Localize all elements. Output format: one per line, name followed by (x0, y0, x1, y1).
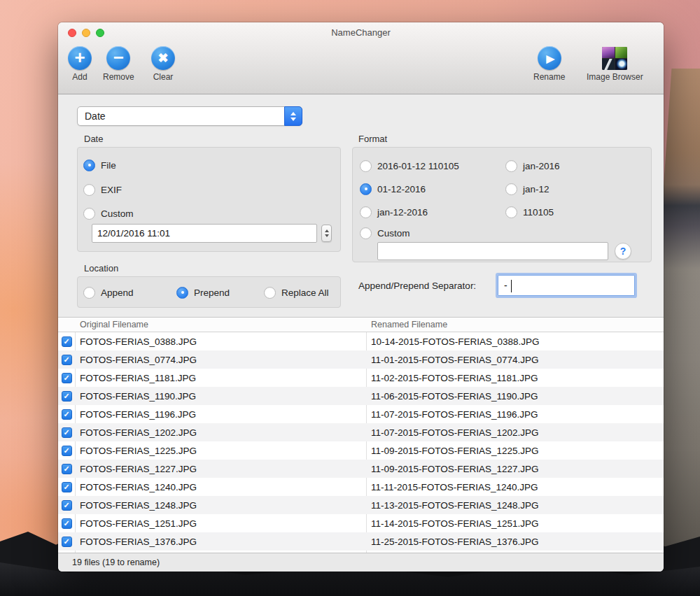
format-option-time[interactable]: 110105 (505, 206, 554, 218)
date-stepper[interactable] (321, 225, 332, 242)
table-row[interactable]: ✓ FOTOS-FERIAS_1227.JPG 11-09-2015-FOTOS… (58, 460, 664, 478)
table-row[interactable]: ✓ FOTOS-FERIAS_1225.JPG 11-09-2015-FOTOS… (58, 441, 664, 460)
minimize-window-button[interactable] (82, 29, 90, 37)
radio-label: 110105 (523, 207, 554, 218)
original-filename-cell: FOTOS-FERIAS_0388.JPG (75, 336, 366, 347)
image-browser-button[interactable]: Image Browser (587, 47, 643, 82)
checkbox-cell: ✓ (58, 500, 75, 511)
separator-input[interactable] (498, 276, 634, 295)
check-icon: ✓ (63, 520, 69, 527)
dropdown-value: Date (78, 111, 285, 122)
wallpaper-cliff (659, 69, 700, 596)
format-section-label: Format (358, 134, 387, 144)
table-row[interactable]: ✓ FOTOS-FERIAS_1376.JPG 11-25-2015-FOTOS… (58, 532, 664, 551)
custom-date-input[interactable] (92, 224, 317, 243)
original-filename-cell: FOTOS-FERIAS_1225.JPG (75, 446, 366, 456)
radio-icon (505, 160, 517, 172)
location-option-prepend[interactable]: Prepend (176, 286, 230, 299)
row-checkbox[interactable]: ✓ (62, 464, 72, 474)
location-option-replace-all[interactable]: Replace All (264, 286, 329, 299)
status-text: 19 files (19 to rename) (72, 558, 160, 567)
date-option-custom[interactable]: Custom (83, 207, 134, 220)
date-option-exif[interactable]: EXIF (83, 183, 122, 196)
radio-label: jan-12 (523, 184, 550, 194)
renamed-filename-cell: 11-09-2015-FOTOS-FERIAS_1225.JPG (366, 446, 664, 456)
close-window-button[interactable] (68, 29, 76, 37)
original-filename-header[interactable]: Original Filename (80, 320, 148, 329)
original-filename-cell: FOTOS-FERIAS_1202.JPG (75, 427, 366, 438)
checkbox-cell: ✓ (58, 482, 75, 492)
radio-label: EXIF (101, 185, 122, 195)
radio-label: jan-2016 (523, 161, 560, 171)
format-option-long[interactable]: 2016-01-12 110105 (360, 159, 459, 172)
radio-icon (83, 287, 95, 299)
format-groupbox: 2016-01-12 110105 01-12-2016 jan-12-2016… (352, 147, 652, 262)
remove-button[interactable]: − Remove (103, 46, 134, 82)
row-checkbox[interactable]: ✓ (62, 482, 72, 492)
table-row[interactable]: ✓ FOTOS-FERIAS_0388.JPG 10-14-2015-FOTOS… (58, 332, 664, 350)
radio-label: Prepend (194, 288, 230, 298)
checkbox-cell: ✓ (58, 373, 75, 383)
checkbox-cell: ✓ (58, 537, 75, 547)
toolbar: + Add − Remove ✖ Clear ▶ Rename Image Br… (58, 43, 664, 94)
row-checkbox[interactable]: ✓ (62, 500, 72, 511)
row-checkbox[interactable]: ✓ (62, 446, 72, 456)
original-filename-cell: FOTOS-FERIAS_1240.JPG (75, 482, 366, 492)
table-row[interactable]: ✓ FOTOS-FERIAS_1251.JPG 11-14-2015-FOTOS… (58, 514, 664, 532)
table-row[interactable]: ✓ FOTOS-FERIAS_0774.JPG 11-01-2015-FOTOS… (58, 350, 664, 369)
zoom-window-button[interactable] (96, 29, 104, 37)
rename-type-dropdown[interactable]: Date (77, 106, 302, 126)
check-icon: ✓ (63, 338, 69, 346)
row-checkbox[interactable]: ✓ (62, 409, 72, 420)
clear-icon: ✖ (151, 46, 175, 70)
table-row[interactable]: ✓ FOTOS-FERIAS_1202.JPG 11-07-2015-FOTOS… (58, 423, 664, 441)
rename-button[interactable]: ▶ Rename (533, 46, 565, 82)
date-groupbox: File EXIF Custom (77, 147, 341, 252)
original-filename-cell: FOTOS-FERIAS_1190.JPG (75, 391, 366, 402)
format-option-mdY[interactable]: 01-12-2016 (360, 183, 426, 195)
original-filename-cell: FOTOS-FERIAS_1181.JPG (75, 373, 366, 383)
table-row[interactable]: ✓ FOTOS-FERIAS_1240.JPG 11-11-2015-FOTOS… (58, 478, 664, 496)
format-option-mond[interactable]: jan-12 (505, 183, 550, 195)
check-icon: ✓ (63, 502, 69, 509)
format-option-monY[interactable]: jan-2016 (505, 159, 560, 172)
traffic-lights (68, 29, 104, 37)
row-checkbox[interactable]: ✓ (62, 355, 72, 365)
table-row[interactable]: ✓ FOTOS-FERIAS_1190.JPG 11-06-2015-FOTOS… (58, 387, 664, 405)
row-checkbox[interactable]: ✓ (62, 537, 72, 547)
remove-icon: − (106, 46, 130, 70)
add-button[interactable]: + Add (68, 46, 92, 82)
renamed-filename-header[interactable]: Renamed Filename (371, 320, 447, 329)
help-button[interactable]: ? (615, 243, 631, 260)
checkbox-cell: ✓ (58, 518, 75, 529)
title-bar[interactable]: NameChanger (58, 22, 664, 43)
row-checkbox[interactable]: ✓ (62, 373, 72, 383)
remove-label: Remove (103, 72, 134, 82)
window-title: NameChanger (58, 22, 664, 43)
row-checkbox[interactable]: ✓ (62, 336, 72, 347)
radio-icon (83, 159, 95, 171)
file-table-body: ✓ FOTOS-FERIAS_0388.JPG 10-14-2015-FOTOS… (58, 332, 664, 553)
check-icon: ✓ (63, 429, 69, 437)
format-option-mondY[interactable]: jan-12-2016 (360, 206, 428, 218)
add-icon: + (68, 46, 92, 70)
radio-icon (360, 183, 372, 195)
date-option-file[interactable]: File (83, 159, 116, 171)
radio-label: jan-12-2016 (377, 207, 428, 218)
table-row[interactable]: ✓ FOTOS-FERIAS_1248.JPG 11-13-2015-FOTOS… (58, 496, 664, 514)
table-row[interactable]: ✓ FOTOS-FERIAS_1196.JPG 11-07-2015-FOTOS… (58, 405, 664, 423)
image-browser-icon (602, 47, 627, 70)
clear-button[interactable]: ✖ Clear (151, 46, 175, 82)
renamed-filename-cell: 11-14-2015-FOTOS-FERIAS_1251.JPG (366, 518, 664, 529)
radio-label: Append (101, 288, 134, 298)
custom-format-input[interactable] (377, 242, 608, 260)
status-bar: 19 files (19 to rename) (58, 553, 664, 572)
row-checkbox[interactable]: ✓ (62, 427, 72, 438)
row-checkbox[interactable]: ✓ (62, 391, 72, 402)
format-option-custom[interactable]: Custom (360, 227, 410, 239)
renamed-filename-cell: 11-09-2015-FOTOS-FERIAS_1227.JPG (366, 464, 664, 474)
row-checkbox[interactable]: ✓ (62, 518, 72, 529)
table-row[interactable]: ✓ FOTOS-FERIAS_1181.JPG 11-02-2015-FOTOS… (58, 369, 664, 387)
location-option-append[interactable]: Append (83, 286, 134, 299)
date-section-label: Date (84, 134, 103, 144)
